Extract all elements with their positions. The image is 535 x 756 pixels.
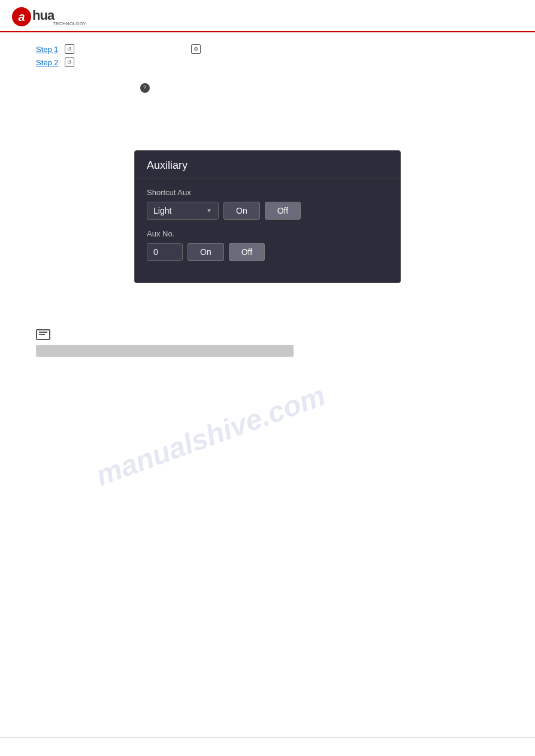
bullet-icon: ? — [140, 83, 150, 93]
shortcut-aux-off-button[interactable]: Off — [265, 202, 301, 220]
step1-link[interactable]: Step 1 — [36, 45, 59, 54]
logo-brand-text: hua — [32, 8, 54, 23]
page-header: a hua TECHNOLOGY — [0, 0, 535, 32]
dialog-title: Auxiliary — [135, 151, 400, 178]
shortcut-aux-on-button[interactable]: On — [223, 202, 260, 220]
logo: a hua TECHNOLOGY — [12, 7, 86, 26]
shortcut-aux-label: Shortcut Aux — [147, 188, 388, 197]
aux-no-on-button[interactable]: On — [188, 243, 224, 261]
refresh-icon-2: ↺ — [65, 57, 74, 67]
step2-link[interactable]: Step 2 — [36, 58, 59, 67]
shortcut-aux-dropdown[interactable]: Light ▼ — [147, 202, 219, 220]
logo-icon: a — [12, 7, 31, 26]
bottom-rule — [0, 737, 535, 738]
main-content: Step 1 ↺ ⚙ Step 2 ↺ ? — [0, 32, 535, 375]
dialog-container: Auxiliary Shortcut Aux Light ▼ On Off Au… — [36, 150, 499, 283]
instruction-line-2: Step 2 ↺ — [36, 57, 499, 67]
auxiliary-dialog: Auxiliary Shortcut Aux Light ▼ On Off Au… — [134, 150, 401, 283]
dialog-body: Shortcut Aux Light ▼ On Off Aux No. On O… — [135, 178, 400, 283]
logo-letter: a — [18, 10, 25, 24]
aux-no-off-button[interactable]: Off — [229, 243, 265, 261]
note-book-icon — [36, 329, 50, 340]
note-bar — [36, 345, 294, 357]
chevron-down-icon: ▼ — [206, 207, 212, 214]
aux-no-row: On Off — [147, 243, 388, 261]
shortcut-aux-row: Light ▼ On Off — [147, 202, 388, 220]
body-paragraph: ? — [36, 81, 499, 94]
note-section — [36, 329, 499, 357]
watermark: manualshive.com — [92, 379, 330, 492]
aux-no-label: Aux No. — [147, 229, 388, 238]
instruction-line-1: Step 1 ↺ ⚙ — [36, 44, 499, 54]
refresh-icon-1: ↺ — [65, 44, 74, 54]
logo-tagline: TECHNOLOGY — [53, 21, 86, 26]
settings-icon: ⚙ — [191, 44, 201, 54]
aux-no-input[interactable] — [147, 243, 183, 261]
dropdown-value: Light — [153, 206, 171, 215]
